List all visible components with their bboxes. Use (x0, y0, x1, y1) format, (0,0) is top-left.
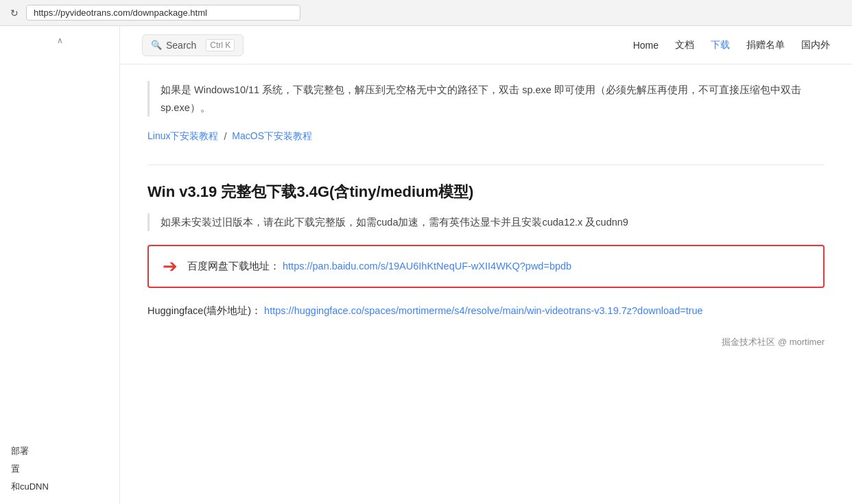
nav-docs[interactable]: 文档 (675, 39, 694, 51)
page-footer-note: 掘金技术社区 @ mortimer (147, 336, 825, 348)
link-separator: / (224, 131, 226, 142)
search-icon: 🔍 (151, 40, 162, 50)
main-content: 如果是 Windows10/11 系统，下载完整包，解压到无空格无中文的路径下，… (120, 64, 852, 504)
section-title: Win v3.19 完整包下载3.4G(含tiny/medium模型) (147, 182, 825, 202)
linux-install-link[interactable]: Linux下安装教程 (147, 130, 218, 143)
top-nav: 🔍 Search Ctrl K Home 文档 下载 捐赠名单 国内外 (120, 26, 852, 64)
sidebar-scroll-up[interactable]: ∧ (0, 33, 119, 48)
nav-domestic[interactable]: 国内外 (801, 39, 830, 51)
huggingface-row: Huggingface(墙外地址)： https://huggingface.c… (147, 302, 825, 320)
search-shortcut: Ctrl K (206, 39, 235, 51)
baidu-label: 百度网盘下载地址： (187, 261, 280, 272)
huggingface-link[interactable]: https://huggingface.co/spaces/mortimerme… (264, 305, 703, 316)
sidebar-item-deploy[interactable]: 部署 (11, 445, 108, 457)
section-note: 如果未安装过旧版本，请在此下载完整版，如需cuda加速，需有英伟达显卡并且安装c… (147, 213, 825, 231)
windows-note: 如果是 Windows10/11 系统，下载完整包，解压到无空格无中文的路径下，… (147, 81, 825, 117)
baidu-download-box: ➔ 百度网盘下载地址： https://pan.baidu.com/s/19AU… (147, 245, 825, 288)
huggingface-label: Huggingface(墙外地址)： (147, 305, 261, 316)
nav-right: Home 文档 下载 捐赠名单 国内外 (633, 39, 830, 51)
sidebar-item-cudnn[interactable]: 和cuDNN (11, 481, 108, 493)
sidebar-items (0, 48, 119, 434)
macos-install-link[interactable]: MacOS下安装教程 (232, 130, 312, 143)
search-label: Search (166, 40, 196, 51)
url-bar[interactable]: https://pyvideotrans.com/downpackage.htm… (26, 5, 300, 21)
sidebar: ∧ 部署 置 和cuDNN (0, 26, 120, 504)
baidu-download-link[interactable]: https://pan.baidu.com/s/19AU6IhKtNeqUF-w… (283, 261, 571, 272)
browser-bar: ↻ https://pyvideotrans.com/downpackage.h… (0, 0, 852, 26)
search-box[interactable]: 🔍 Search Ctrl K (142, 34, 244, 56)
sidebar-bottom: 部署 置 和cuDNN (0, 434, 119, 504)
section-divider (147, 165, 825, 165)
nav-donors[interactable]: 捐赠名单 (746, 39, 785, 51)
nav-home[interactable]: Home (633, 40, 659, 51)
nav-download[interactable]: 下载 (711, 39, 730, 51)
reload-icon[interactable]: ↻ (8, 7, 21, 19)
baidu-download-text: 百度网盘下载地址： https://pan.baidu.com/s/19AU6I… (187, 258, 571, 275)
install-links-row: Linux下安装教程 / MacOS下安装教程 (147, 130, 825, 143)
arrow-right-icon: ➔ (163, 256, 178, 277)
sidebar-item-config[interactable]: 置 (11, 463, 108, 475)
nav-left: 🔍 Search Ctrl K (142, 34, 244, 56)
